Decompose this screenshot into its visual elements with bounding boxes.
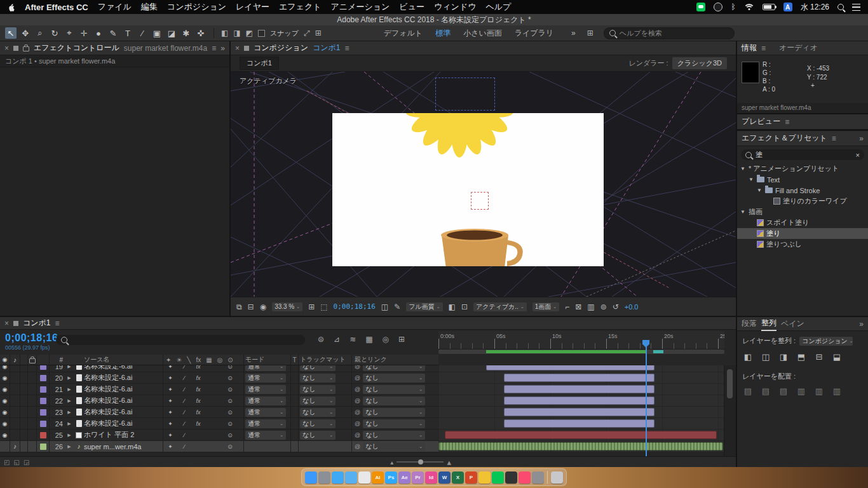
lock-toggle[interactable]	[28, 418, 37, 429]
view-layout-select[interactable]: 1画面⌄	[532, 302, 559, 311]
menubar-item[interactable]: ビュー	[399, 1, 424, 13]
panel-menu-icon[interactable]: ≡	[832, 134, 836, 143]
parent-link-header[interactable]: 親とリンク	[352, 355, 438, 365]
expand-switches-pane-icon[interactable]: ◱	[13, 459, 19, 466]
selection-tool-icon[interactable]: ↖	[5, 27, 17, 39]
flowchart-icon[interactable]: ⊚	[600, 302, 607, 311]
audio-toggle[interactable]	[10, 384, 20, 395]
menubar-item[interactable]: ウィンドウ	[434, 1, 477, 13]
menubar-clock[interactable]: 水 12:26	[801, 2, 829, 13]
align-hcenter-icon[interactable]: ◫	[759, 351, 773, 362]
panel-menu-icon[interactable]: ≡	[761, 44, 766, 53]
panel-overflow-icon[interactable]: »	[220, 44, 225, 53]
camera-tool-icon[interactable]: ⌖	[64, 27, 75, 39]
parent-select[interactable]: なし⌄	[363, 431, 425, 440]
align-mode-icon[interactable]: ◩	[246, 29, 253, 37]
video-toggle[interactable]: ◉	[0, 372, 10, 383]
hide-shy-icon[interactable]: ≋	[349, 335, 356, 344]
zoom-knob[interactable]	[418, 459, 423, 464]
panel-menu-icon[interactable]: ≡	[345, 44, 349, 53]
collapse-switch[interactable]: ✦	[163, 365, 177, 370]
apple-menu-icon[interactable]	[8, 3, 15, 11]
layer-duration-bar[interactable]	[504, 374, 654, 382]
workspace-overflow[interactable]: »	[571, 29, 576, 37]
composition-tab-name[interactable]: コンポ1	[313, 43, 341, 53]
layer-name[interactable]: 名称未設定-6.ai	[84, 395, 163, 406]
collapse-switch[interactable]: ✦	[163, 409, 177, 416]
expand-arrow-icon[interactable]: ▼	[740, 166, 746, 172]
channel-icon[interactable]: ◉	[260, 302, 266, 311]
layer-expander-icon[interactable]: ▶	[65, 407, 74, 417]
threed-switch[interactable]: ⊙	[223, 444, 237, 450]
pen-tool-icon[interactable]: ✎	[107, 27, 119, 39]
quality-switch[interactable]: ∕	[177, 398, 191, 404]
battery-icon[interactable]	[763, 4, 775, 10]
mode-select[interactable]: 通常⌄	[245, 408, 286, 417]
dock-premiere-icon[interactable]: Pr	[412, 471, 424, 484]
audio-toggle[interactable]	[10, 395, 20, 406]
layer-duration-bar[interactable]	[445, 431, 717, 439]
grid-guides-icon[interactable]: ⊞	[308, 302, 315, 311]
fast-preview-icon[interactable]: ⊠	[575, 302, 581, 311]
trkmat-select[interactable]: なし⌄	[300, 396, 336, 405]
pickwhip-icon[interactable]: @	[355, 386, 360, 393]
trkmat-select[interactable]: なし⌄	[300, 365, 336, 371]
fx-switch[interactable]: fx	[191, 386, 205, 393]
audio-toggle[interactable]	[10, 430, 20, 440]
label-color-cell[interactable]	[37, 384, 50, 395]
transparency-grid-icon[interactable]: ⊡	[461, 302, 468, 311]
dock-chrome-icon[interactable]	[478, 471, 491, 484]
snapshot-icon[interactable]: ◫	[381, 302, 388, 311]
dock-terminal-icon[interactable]	[505, 471, 517, 484]
timeline-vertical-scrollbar[interactable]	[724, 365, 736, 456]
dock-photos-icon[interactable]	[358, 471, 370, 484]
comp-canvas[interactable]	[332, 113, 604, 266]
solo-toggle[interactable]	[20, 407, 28, 417]
collapse-switch[interactable]: ✦	[163, 444, 177, 450]
solo-toggle[interactable]	[20, 418, 28, 429]
dock-mail-icon[interactable]	[345, 471, 357, 484]
effects-tree-item[interactable]: ▼描画	[737, 207, 868, 217]
reset-exposure-icon[interactable]: ↺	[613, 302, 619, 311]
distribute-vcenter-icon[interactable]: ▤	[759, 385, 773, 396]
workspace-ライブラリ[interactable]: ライブラリ	[515, 28, 553, 39]
video-toggle[interactable]: ◉	[0, 384, 10, 395]
bluetooth-icon[interactable]: ᛒ	[731, 3, 735, 11]
quality-switch[interactable]: ∕	[177, 444, 191, 450]
parent-select[interactable]: なし⌄	[363, 374, 425, 383]
layer-expander-icon[interactable]: ▶	[65, 418, 74, 429]
eraser-tool-icon[interactable]: ◪	[166, 27, 177, 39]
parent-select[interactable]: なし⌄	[363, 365, 425, 371]
label-color-cell[interactable]	[37, 441, 50, 452]
menubar-item[interactable]: レイヤー	[236, 1, 269, 13]
panel-menu-icon[interactable]: ≡	[785, 118, 789, 126]
video-toggle[interactable]: ◉	[0, 418, 10, 429]
effects-tree-item[interactable]: ▼Text	[737, 174, 868, 185]
close-panel-icon[interactable]: ×	[4, 44, 9, 53]
label-color-cell[interactable]	[37, 372, 50, 383]
effects-tree-item[interactable]: 塗りつぶし	[737, 239, 868, 250]
audio-toggle[interactable]	[10, 372, 20, 383]
trkmat-select[interactable]: なし⌄	[300, 431, 336, 440]
expand-arrow-icon[interactable]: ▼	[756, 187, 763, 193]
dock-safari-icon[interactable]	[332, 471, 344, 484]
tab-align[interactable]: 整列	[761, 316, 776, 331]
quality-switch[interactable]: ∕	[177, 386, 191, 393]
workspace-デフォルト[interactable]: デフォルト	[384, 28, 423, 39]
layer-name[interactable]: ホワイト 平面 2	[84, 430, 163, 440]
threed-switch[interactable]: ⊙	[223, 421, 237, 427]
rotation-tool-icon[interactable]: ↻	[49, 27, 60, 39]
effects-presets-header[interactable]: エフェクト＆プリセット ≡ »	[737, 131, 868, 146]
fx-switch[interactable]: fx	[191, 375, 205, 381]
tab-paint[interactable]: ペイン	[781, 318, 804, 329]
layer-expander-icon[interactable]: ▶	[65, 395, 74, 406]
hand-tool-icon[interactable]: ✥	[20, 27, 31, 39]
fx-switch[interactable]: fx	[191, 409, 205, 416]
mask-visibility-icon[interactable]: ⬚	[320, 302, 327, 311]
collapse-switch[interactable]: ✦	[163, 432, 177, 438]
quality-switch[interactable]: ∕	[177, 421, 191, 427]
lock-toggle[interactable]	[28, 395, 37, 406]
clear-search-icon[interactable]: ×	[856, 151, 860, 159]
roto-brush-tool-icon[interactable]: ✱	[180, 27, 192, 39]
video-toggle[interactable]: ◉	[0, 395, 10, 406]
